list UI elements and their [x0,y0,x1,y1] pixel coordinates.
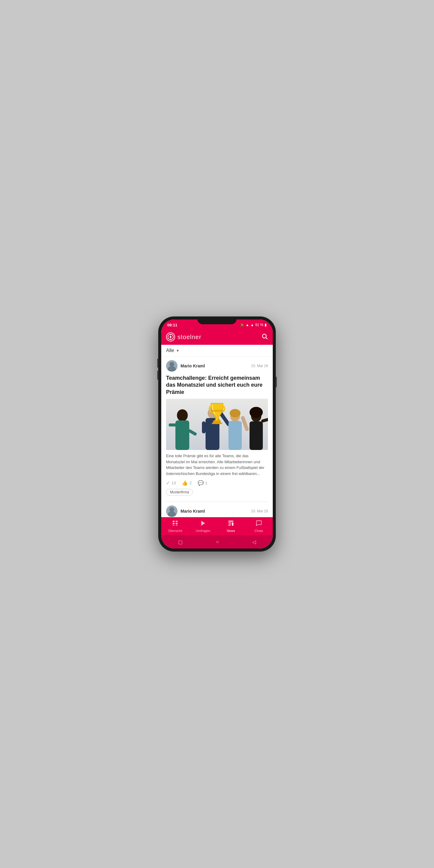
post-image-1 [166,399,268,450]
team-celebration-scene [166,399,268,450]
svg-rect-34 [228,522,231,523]
phone-screen: 09:11 🔕 ▲ ▲ 91 % ▮ sto [161,319,273,549]
notch [197,316,237,324]
svg-rect-17 [228,421,242,450]
avatar-1 [166,360,178,372]
post-card-1: Mario Kraml 10. Mai 19 Teamchallenge: Er… [161,356,273,501]
post-body-1: Eine tolle Prämie gibt es für alle Teams… [166,453,268,476]
search-button[interactable] [261,333,268,341]
svg-rect-35 [228,524,231,524]
avatar-2 [166,505,178,517]
svg-point-4 [262,334,267,338]
likes-button-1[interactable]: 👍 2 [182,480,191,486]
nav-label-ubersicht: Übersicht [168,529,182,532]
content-area: Alle ▾ Mario Kraml 10. Mai 19 Teamchalle… [161,345,273,517]
svg-rect-31 [176,525,178,526]
svg-rect-9 [169,424,177,427]
svg-rect-26 [173,521,175,522]
filter-value: Alle [166,348,174,353]
post-author-2: Mario Kraml [166,505,205,517]
post-header-1: Mario Kraml 10. Mai 19 [166,360,268,372]
status-time: 09:11 [167,323,177,327]
news-icon [227,520,234,528]
battery-text: 91 % [255,323,264,327]
reads-button-1[interactable]: ✓ 13 [166,480,176,486]
svg-rect-21 [250,421,263,450]
post-actions-1: ✓ 13 👍 2 💬 1 [166,480,268,486]
reads-count-1: 13 [172,481,176,485]
svg-rect-24 [212,423,222,424]
phone-frame: 09:11 🔕 ▲ ▲ 91 % ▮ sto [158,316,276,552]
signal-icon: ▲ [250,323,254,327]
svg-rect-23 [213,421,221,423]
svg-point-1 [170,336,172,338]
svg-rect-36 [228,525,230,526]
likes-count-1: 2 [189,481,191,485]
bottom-nav: Übersicht Umfragen [161,517,273,535]
svg-rect-8 [176,421,189,450]
thumbs-up-icon: 👍 [182,480,188,486]
filter-dropdown[interactable]: Alle ▾ [166,348,179,353]
author-name-1: Mario Kraml [181,364,205,368]
comments-button-1[interactable]: 💬 1 [198,480,207,486]
tag-1[interactable]: Musterfirma [166,489,193,495]
chat-icon [255,520,262,528]
nav-label-umfragen: Umfragen [196,529,210,532]
svg-rect-14 [202,421,206,433]
nav-item-news[interactable]: News [217,518,245,534]
top-bar: stoelner [161,329,273,345]
nav-item-umfragen[interactable]: Umfragen [189,518,217,534]
nav-label-chats: Chats [254,529,263,532]
grid-icon [172,520,179,528]
svg-line-5 [266,338,267,339]
svg-point-20 [250,407,263,418]
check-icon: ✓ [166,480,170,486]
logo-area: stoelner [166,333,201,341]
vol-down-button [157,371,158,380]
logo-text: stoelner [178,334,201,341]
svg-rect-37 [232,522,234,526]
nav-item-chats[interactable]: Chats [245,518,273,534]
svg-rect-33 [228,521,234,522]
post-author-1: Mario Kraml [166,360,205,372]
wifi-icon: ▲ [246,323,249,327]
post-date-1: 10. Mai 19 [251,364,268,368]
logo-icon [166,333,175,341]
nav-label-news: News [227,529,235,532]
svg-rect-28 [173,523,175,524]
post-date-2: 10. Mai 19 [251,509,268,513]
home-button[interactable]: ○ [216,539,219,545]
vol-up-button [157,359,158,368]
author-name-2: Mario Kraml [181,509,205,514]
recent-apps-button[interactable]: ▢ [178,539,183,545]
battery-icon: ▮ [265,323,267,327]
filter-bar: Alle ▾ [161,345,273,356]
post-card-2: Mario Kraml 10. Mai 19 Neue Aktion: -15%… [161,502,273,517]
post-title-1: Teamchallenge: Erreicht gemeinsam das Mo… [166,375,268,396]
post-tags-1: Musterfirma [166,489,268,495]
svg-point-16 [230,409,241,417]
back-button[interactable]: ◁ [252,539,256,545]
android-nav: ▢ ○ ◁ [161,535,273,549]
status-icons: 🔕 ▲ ▲ 91 % ▮ [240,323,267,327]
svg-rect-30 [173,525,175,526]
svg-point-7 [177,409,188,421]
svg-rect-27 [176,521,178,522]
play-icon [200,520,207,528]
chevron-down-icon: ▾ [177,348,179,353]
power-button [276,377,277,387]
post-header-2: Mario Kraml 10. Mai 19 [166,505,268,517]
comments-count-1: 1 [205,481,207,485]
nav-item-ubersicht[interactable]: Übersicht [161,518,189,534]
comment-icon: 💬 [198,480,204,486]
svg-rect-29 [176,523,178,524]
svg-rect-25 [211,410,223,412]
svg-marker-32 [201,521,205,526]
mute-icon: 🔕 [240,323,244,327]
